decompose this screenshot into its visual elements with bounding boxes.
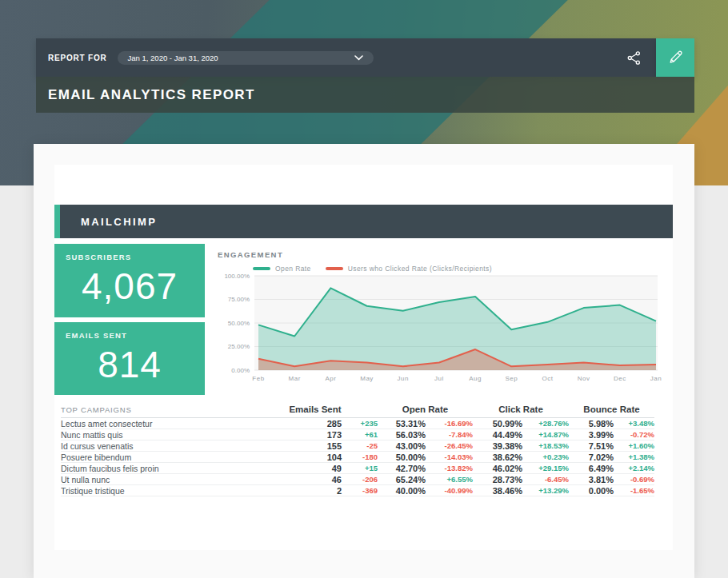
metric-value: 173 — [253, 430, 342, 440]
metric-delta: +3.48% — [614, 419, 654, 428]
report-card: MAILCHIMP SUBSCRIBERS 4,067 EMAILS SENT … — [34, 144, 694, 578]
engagement-area-chart: 100.00%75.00%50.00%25.00%0.00%FebMarAprM… — [214, 273, 662, 387]
metric-delta: -1.65% — [614, 486, 654, 495]
report-title-bar: EMAIL ANALYTICS REPORT — [36, 77, 694, 113]
table-row: Posuere bibendum104-18050.00%-14.03%38.6… — [61, 452, 654, 463]
table-row: Tristique tristique2-36940.00%-40.99%38.… — [61, 485, 654, 496]
report-card-content: MAILCHIMP SUBSCRIBERS 4,067 EMAILS SENT … — [54, 165, 673, 550]
metric-delta: +6.55% — [426, 475, 473, 484]
engagement-section-title: ENGAGEMENT — [218, 250, 283, 259]
metric-value: 38.62% — [473, 452, 522, 462]
metric-delta: -180 — [342, 452, 378, 461]
table-row: Ut nulla nunc46-20665.24%+6.55%28.73%-6.… — [61, 474, 654, 485]
column-header: Click Rate — [473, 405, 569, 414]
metric-delta: +29.15% — [522, 464, 569, 472]
metric-value: 65.24% — [378, 475, 426, 484]
campaign-name: Posuere bibendum — [61, 452, 253, 462]
subscribers-stat-card: SUBSCRIBERS 4,067 — [54, 244, 205, 317]
metric-value: 53.31% — [378, 419, 426, 429]
share-icon — [626, 50, 642, 66]
svg-text:May: May — [360, 375, 374, 382]
metric-delta: +2.14% — [614, 464, 654, 472]
svg-text:0.00%: 0.00% — [231, 367, 250, 374]
metric-delta: +28.76% — [522, 419, 569, 428]
metric-value: 7.02% — [569, 452, 614, 462]
svg-text:50.00%: 50.00% — [228, 320, 250, 327]
metric-value: 6.49% — [569, 464, 614, 473]
table-row: Lectus amet consectetur285+23553.31%-16.… — [61, 418, 654, 429]
metric-delta: +1.60% — [614, 441, 654, 450]
metric-delta: -7.84% — [426, 430, 473, 439]
stat-label: EMAILS SENT — [66, 331, 205, 340]
metric-delta: -16.69% — [426, 419, 473, 428]
campaign-name: Nunc mattis quis — [61, 430, 253, 440]
svg-text:25.00%: 25.00% — [228, 343, 250, 350]
svg-text:Feb: Feb — [252, 375, 264, 382]
report-header-bar: REPORT FOR Jan 1, 2020 - Jan 31, 2020 — [36, 38, 656, 77]
metric-value: 50.99% — [473, 419, 522, 429]
metric-delta: +235 — [342, 419, 378, 428]
svg-text:Jul: Jul — [434, 375, 444, 382]
stat-value: 814 — [54, 340, 205, 395]
metric-delta: -25 — [342, 441, 378, 450]
date-range-dropdown[interactable]: Jan 1, 2020 - Jan 31, 2020 — [118, 51, 374, 65]
metric-value: 285 — [253, 419, 342, 429]
table-row: Nunc mattis quis173+6156.03%-7.84%44.49%… — [61, 429, 654, 440]
page-title: EMAIL ANALYTICS REPORT — [48, 87, 255, 103]
metric-delta: +13.29% — [522, 486, 569, 495]
metric-delta: -6.45% — [522, 475, 569, 484]
chart-legend: Open RateUsers who Clicked Rate (Clicks/… — [253, 265, 492, 273]
metric-value: 49 — [253, 464, 342, 473]
emails-sent-stat-card: EMAILS SENT 814 — [54, 322, 205, 395]
report-for-label: REPORT FOR — [48, 54, 107, 62]
column-header: Emails Sent — [253, 405, 378, 414]
metric-delta: -13.82% — [426, 464, 473, 472]
metric-delta: +18.53% — [522, 441, 569, 450]
metric-value: 42.70% — [378, 464, 426, 473]
svg-text:Sep: Sep — [505, 375, 518, 382]
metric-value: 2 — [253, 486, 342, 496]
section-header-mailchimp: MAILCHIMP — [54, 205, 673, 238]
metric-delta: -0.72% — [614, 430, 654, 439]
share-button[interactable] — [623, 47, 644, 68]
chevron-down-icon — [354, 55, 363, 61]
metric-value: 0.00% — [569, 486, 614, 496]
metric-delta: +61 — [342, 430, 378, 439]
metric-delta: -369 — [342, 486, 378, 495]
campaign-name: Id cursus venenatis — [61, 441, 253, 451]
metric-value: 3.99% — [569, 430, 614, 440]
svg-text:75.00%: 75.00% — [228, 296, 250, 303]
metric-delta: +15 — [342, 464, 378, 472]
svg-text:Oct: Oct — [542, 375, 553, 382]
svg-text:Jun: Jun — [398, 375, 409, 382]
svg-text:Nov: Nov — [578, 375, 590, 382]
svg-text:Aug: Aug — [469, 375, 482, 382]
legend-label: Users who Clicked Rate (Clicks/Recipient… — [348, 265, 492, 273]
metric-value: 38.46% — [473, 486, 522, 496]
metric-value: 50.00% — [378, 452, 426, 462]
metric-value: 43.00% — [378, 441, 426, 451]
legend-item[interactable]: Open Rate — [253, 265, 311, 273]
column-header: Open Rate — [378, 405, 473, 414]
campaign-name: Tristique tristique — [61, 486, 253, 496]
stat-value: 4,067 — [54, 261, 205, 317]
svg-text:Jan: Jan — [650, 375, 662, 382]
pencil-icon — [666, 49, 684, 66]
legend-swatch — [253, 267, 270, 270]
column-header: Bounce Rate — [569, 405, 654, 414]
metric-delta: +1.38% — [614, 452, 654, 461]
legend-swatch — [326, 267, 343, 270]
metric-delta: -206 — [342, 475, 378, 484]
edit-report-button[interactable] — [656, 38, 694, 77]
metric-value: 3.81% — [569, 475, 614, 484]
metric-delta: -40.99% — [426, 486, 473, 495]
email-analytics-page: REPORT FOR Jan 1, 2020 - Jan 31, 2020 EM — [0, 0, 728, 578]
section-title: MAILCHIMP — [81, 216, 157, 228]
date-range-value: Jan 1, 2020 - Jan 31, 2020 — [128, 54, 218, 62]
metric-delta: +0.23% — [522, 452, 569, 461]
metric-value: 56.03% — [378, 430, 426, 440]
svg-text:100.00%: 100.00% — [224, 273, 250, 280]
legend-item[interactable]: Users who Clicked Rate (Clicks/Recipient… — [326, 265, 492, 273]
svg-text:Apr: Apr — [325, 375, 336, 382]
campaign-name: Dictum faucibus felis proin — [61, 464, 253, 473]
